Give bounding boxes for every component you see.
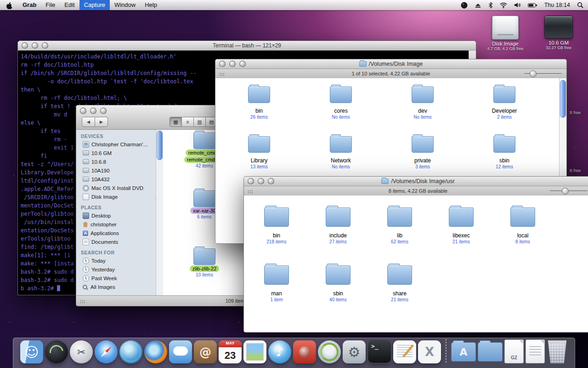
close-button[interactable] bbox=[219, 61, 226, 67]
back-button[interactable]: ◀ bbox=[82, 117, 95, 127]
menu-file[interactable]: File bbox=[41, 0, 60, 10]
scrollbar-thumb[interactable] bbox=[560, 80, 566, 118]
icon-view-button[interactable]: ▦ bbox=[170, 117, 182, 127]
folder-item-private[interactable]: private 3 items bbox=[382, 132, 464, 182]
close-button[interactable] bbox=[80, 108, 86, 114]
terminal-dock-icon[interactable] bbox=[368, 339, 391, 363]
finder-dock-icon[interactable] bbox=[20, 340, 43, 363]
apple-menu[interactable] bbox=[0, 1, 18, 9]
battery-icon[interactable] bbox=[528, 3, 537, 8]
sidebar-item-volume[interactable]: 10A432 bbox=[76, 175, 163, 184]
zoom-button[interactable] bbox=[42, 42, 48, 49]
eject-icon[interactable] bbox=[475, 2, 481, 8]
iphoto-dock-icon[interactable] bbox=[243, 340, 266, 363]
scrollbar-thumb[interactable] bbox=[157, 131, 163, 160]
time-machine-dock-icon[interactable] bbox=[318, 340, 341, 363]
sidebar-item-yesterday[interactable]: Yesterday bbox=[76, 265, 163, 274]
sidebar-item-past-week[interactable]: Past Week bbox=[76, 274, 163, 282]
sidebar-item-all-images[interactable]: All Images bbox=[76, 282, 163, 291]
zoom-button[interactable] bbox=[268, 178, 274, 184]
sidebar-item-install-dvd[interactable]: Mac OS X Install DVD bbox=[76, 184, 163, 192]
folder-item-developer[interactable]: Developer 2 items bbox=[464, 83, 545, 132]
menu-capture[interactable]: Capture bbox=[79, 0, 110, 10]
sidebar-item-disk-image[interactable]: Disk Image bbox=[76, 192, 163, 201]
icon-size-slider[interactable] bbox=[524, 69, 562, 78]
folder-item-dev[interactable]: dev No items bbox=[382, 83, 464, 132]
wifi-icon[interactable] bbox=[500, 2, 507, 8]
minimize-button[interactable] bbox=[90, 108, 96, 114]
sidebar-item-volume[interactable]: 10A190 bbox=[76, 166, 163, 175]
grab-dock-icon[interactable] bbox=[70, 340, 93, 363]
bluetooth-icon[interactable] bbox=[488, 2, 493, 8]
sidebar-item-documents[interactable]: Documents bbox=[76, 237, 163, 246]
folder-item-bin[interactable]: bin 26 items bbox=[218, 83, 300, 132]
sidebar-item-applications[interactable]: Applications bbox=[76, 229, 163, 237]
ichat-dock-icon[interactable] bbox=[169, 340, 192, 363]
minimize-button[interactable] bbox=[258, 178, 264, 184]
icon-size-slider[interactable] bbox=[550, 186, 588, 196]
applications-stack-dock-icon[interactable] bbox=[451, 342, 476, 362]
sidebar-item-desktop[interactable]: Desktop bbox=[76, 211, 163, 220]
folder-item-cores[interactable]: cores No items bbox=[300, 83, 382, 132]
window-title-bar[interactable]: /Volumes/Disk Image bbox=[215, 59, 566, 69]
sidebar-item-volume[interactable]: 10.6.8 bbox=[76, 157, 163, 166]
desktop-icon-hard-drive[interactable]: 10.6 GM 32.27 GB free bbox=[537, 14, 580, 50]
sidebar-item-home[interactable]: christopher bbox=[76, 220, 163, 229]
folder-item-share[interactable]: share 21 items bbox=[369, 260, 430, 318]
zoom-button[interactable] bbox=[239, 61, 246, 67]
close-button[interactable] bbox=[248, 178, 254, 184]
web-browser-dock-icon[interactable] bbox=[119, 340, 142, 363]
volume-icon[interactable] bbox=[514, 2, 521, 8]
folder-item-lib[interactable]: lib 62 items bbox=[369, 202, 430, 260]
menu-help[interactable]: Help bbox=[140, 0, 162, 10]
document-dock-icon[interactable] bbox=[526, 339, 545, 363]
window-status-bar: 1 of 10 selected, 4.22 GB available bbox=[215, 69, 566, 79]
system-preferences-dock-icon[interactable] bbox=[343, 340, 366, 363]
safari-dock-icon[interactable] bbox=[95, 340, 118, 363]
textedit-dock-icon[interactable] bbox=[393, 340, 416, 363]
spotlight-icon[interactable] bbox=[577, 2, 583, 8]
sidebar-item-volume[interactable]: 10.6 GM bbox=[76, 149, 163, 157]
folder-item-sbin[interactable]: sbin 40 items bbox=[307, 260, 369, 318]
folder-count: 40 items bbox=[329, 297, 347, 302]
gz-archive-dock-icon[interactable]: GZ bbox=[504, 339, 524, 363]
sidebar-item-today[interactable]: Today bbox=[76, 256, 163, 265]
slider-thumb[interactable] bbox=[562, 188, 569, 195]
minimize-button[interactable] bbox=[32, 42, 38, 49]
folder-item-library[interactable]: Library 13 items bbox=[218, 132, 300, 182]
column-view-button[interactable]: ▥ bbox=[193, 117, 206, 127]
sidebar-scrollbar[interactable] bbox=[156, 130, 163, 296]
zoom-button[interactable] bbox=[100, 108, 107, 114]
desktop-icon-disk-image[interactable]: Disk Image 4.7 GB, 4.2 GB free bbox=[484, 16, 526, 51]
xcode-dock-icon[interactable] bbox=[418, 340, 441, 363]
ical-dock-icon[interactable]: MAY 23 bbox=[219, 340, 242, 363]
close-button[interactable] bbox=[22, 42, 28, 49]
slider-thumb[interactable] bbox=[530, 70, 537, 77]
status-orb-icon[interactable] bbox=[461, 2, 468, 9]
forward-button[interactable]: ▶ bbox=[95, 117, 108, 127]
photo-booth-dock-icon[interactable] bbox=[293, 340, 316, 363]
folder-item-libexec[interactable]: libexec 21 items bbox=[430, 202, 492, 260]
minimize-button[interactable] bbox=[229, 61, 236, 67]
menu-clock[interactable]: Thu 18:14 bbox=[544, 2, 570, 8]
trash-dock-icon[interactable] bbox=[547, 340, 568, 363]
terminal-title-bar[interactable]: Terminal — bash — 121×29 bbox=[18, 41, 476, 51]
dashboard-dock-icon[interactable] bbox=[45, 340, 68, 363]
list-view-button[interactable]: ≡ bbox=[181, 117, 194, 127]
folder-item-bin[interactable]: bin 218 items bbox=[246, 202, 307, 260]
folder-item-network[interactable]: Network No items bbox=[300, 132, 382, 182]
folder-item-local[interactable]: local 8 items bbox=[492, 202, 554, 260]
folder-item-sbin[interactable]: sbin 12 items bbox=[464, 132, 545, 182]
itunes-dock-icon[interactable] bbox=[268, 340, 291, 363]
folder-item-man[interactable]: man 1 item bbox=[246, 260, 307, 318]
menu-edit[interactable]: Edit bbox=[60, 0, 79, 10]
documents-folder-dock-icon[interactable] bbox=[478, 342, 503, 362]
file-item-zlib[interactable]: zlib-zlib-22 10 items bbox=[176, 247, 233, 296]
menu-grab[interactable]: Grab bbox=[18, 0, 41, 10]
menu-window[interactable]: Window bbox=[110, 0, 140, 10]
firefox-dock-icon[interactable] bbox=[144, 340, 167, 363]
sidebar-item-computer[interactable]: Christopher Charman'… bbox=[76, 140, 163, 149]
window-title-bar[interactable]: /Volumes/Disk Image/usr bbox=[244, 177, 588, 186]
address-book-dock-icon[interactable] bbox=[194, 340, 217, 363]
folder-item-include[interactable]: include 27 items bbox=[307, 202, 369, 260]
